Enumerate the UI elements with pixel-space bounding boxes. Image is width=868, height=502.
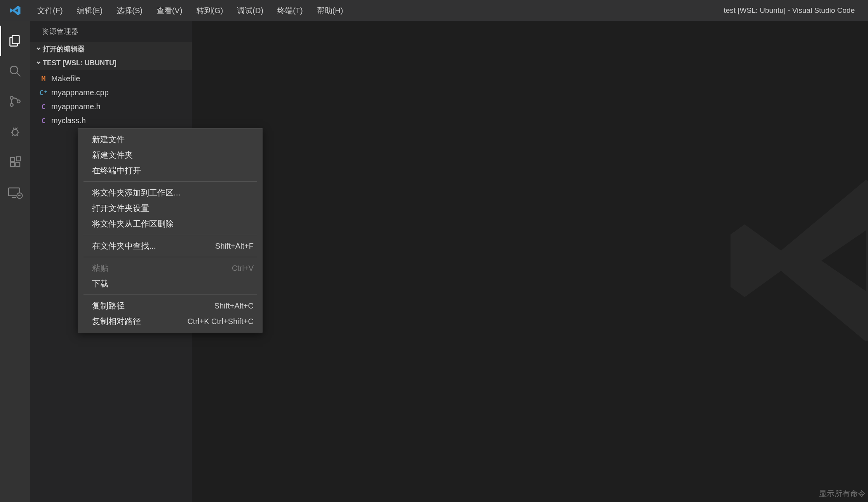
context-menu-item[interactable]: 复制相对路径Ctrl+K Ctrl+Shift+C	[78, 314, 262, 329]
context-menu-label: 粘贴	[92, 263, 108, 274]
context-menu-label: 在文件夹中查找...	[92, 241, 156, 251]
open-editors-section[interactable]: 打开的编辑器	[30, 42, 192, 56]
file-type-icon: M	[38, 75, 49, 83]
workspace-folder-section[interactable]: TEST [WSL: UBUNTU]	[30, 56, 192, 70]
context-menu-label: 复制路径	[92, 300, 125, 311]
workspace-folder-label: TEST [WSL: UBUNTU]	[43, 59, 117, 67]
svg-rect-8	[10, 163, 15, 167]
context-menu-label: 新建文件	[92, 134, 125, 145]
keyboard-shortcut: Shift+Alt+C	[214, 302, 254, 310]
window-title: test [WSL: Ubuntu] - Visual Studio Code	[350, 6, 864, 15]
context-menu-label: 在终端中打开	[92, 165, 141, 176]
debug-activity-icon[interactable]	[0, 117, 30, 147]
svg-point-3	[10, 96, 13, 99]
file-tree: MMakefileC⁺myappname.cppCmyappname.hCmyc…	[30, 70, 192, 127]
vscode-watermark-icon	[720, 160, 868, 363]
svg-rect-10	[16, 157, 21, 161]
svg-line-2	[17, 73, 21, 77]
file-row[interactable]: Cmyclass.h	[30, 113, 192, 127]
context-menu-item[interactable]: 将文件夹从工作区删除	[78, 216, 262, 232]
menu-item-0[interactable]: 文件(F)	[30, 0, 70, 21]
context-menu-label: 将文件夹从工作区删除	[92, 218, 174, 229]
context-menu-item[interactable]: 新建文件夹	[78, 147, 262, 163]
source-control-activity-icon[interactable]	[0, 86, 30, 117]
context-menu-label: 将文件夹添加到工作区...	[92, 187, 181, 198]
svg-rect-9	[16, 163, 20, 167]
context-menu-label: 新建文件夹	[92, 150, 133, 160]
menu-item-5[interactable]: 调试(D)	[230, 0, 270, 21]
context-menu-separator	[83, 235, 257, 235]
keyboard-shortcut: Ctrl+K Ctrl+Shift+C	[187, 317, 254, 326]
svg-point-5	[17, 100, 20, 103]
menu-item-7[interactable]: 帮助(H)	[310, 0, 350, 21]
context-menu-item: 粘贴Ctrl+V	[78, 260, 262, 276]
file-row[interactable]: MMakefile	[30, 71, 192, 85]
svg-point-4	[10, 103, 13, 106]
context-menu-item[interactable]: 复制路径Shift+Alt+C	[78, 298, 262, 314]
titlebar: 文件(F)编辑(E)选择(S)查看(V)转到(G)调试(D)终端(T)帮助(H)…	[0, 0, 868, 21]
sidebar-title: 资源管理器	[30, 21, 192, 42]
file-name: myclass.h	[51, 116, 86, 125]
context-menu-item[interactable]: 在文件夹中查找...Shift+Alt+F	[78, 238, 262, 254]
svg-point-1	[10, 66, 18, 74]
menu-item-3[interactable]: 查看(V)	[150, 0, 190, 21]
menu-item-4[interactable]: 转到(G)	[190, 0, 230, 21]
explorer-activity-icon[interactable]	[0, 26, 30, 56]
menu-item-1[interactable]: 编辑(E)	[70, 0, 110, 21]
show-all-commands-hint: 显示所有命令	[819, 488, 868, 499]
svg-rect-7	[10, 157, 15, 162]
file-type-icon: C	[38, 103, 49, 111]
keyboard-shortcut: Ctrl+V	[232, 264, 254, 273]
editor-area: 显示所有命令	[192, 21, 868, 502]
context-menu-item[interactable]: 打开文件夹设置	[78, 200, 262, 216]
file-type-icon: C⁺	[38, 89, 49, 97]
chevron-down-icon	[34, 58, 43, 68]
file-row[interactable]: C⁺myappname.cpp	[30, 85, 192, 99]
open-editors-label: 打开的编辑器	[43, 44, 85, 54]
context-menu-item[interactable]: 新建文件	[78, 132, 262, 147]
menu-item-2[interactable]: 选择(S)	[110, 0, 150, 21]
file-row[interactable]: Cmyappname.h	[30, 99, 192, 113]
file-name: myappname.h	[51, 102, 101, 111]
context-menu-label: 复制相对路径	[92, 316, 141, 327]
file-name: Makefile	[51, 74, 80, 83]
extensions-activity-icon[interactable]	[0, 147, 30, 177]
keyboard-shortcut: Shift+Alt+F	[215, 242, 254, 251]
vscode-logo-icon	[0, 0, 30, 21]
context-menu-separator	[83, 295, 257, 295]
context-menu-item[interactable]: 在终端中打开	[78, 163, 262, 178]
chevron-down-icon	[34, 44, 43, 54]
remote-activity-icon[interactable]	[0, 177, 30, 207]
context-menu-item[interactable]: 将文件夹添加到工作区...	[78, 185, 262, 200]
file-name: myappname.cpp	[51, 88, 109, 97]
file-type-icon: C	[38, 117, 49, 125]
context-menu-separator	[83, 257, 257, 257]
context-menu-label: 打开文件夹设置	[92, 203, 149, 214]
activity-bar	[0, 21, 30, 502]
menu-item-6[interactable]: 终端(T)	[270, 0, 310, 21]
search-activity-icon[interactable]	[0, 56, 30, 86]
svg-rect-0	[12, 36, 19, 44]
explorer-context-menu: 新建文件新建文件夹在终端中打开将文件夹添加到工作区...打开文件夹设置将文件夹从…	[78, 128, 263, 333]
context-menu-item[interactable]: 下载	[78, 276, 262, 291]
context-menu-label: 下载	[92, 278, 108, 289]
menu-bar: 文件(F)编辑(E)选择(S)查看(V)转到(G)调试(D)终端(T)帮助(H)	[30, 0, 350, 21]
context-menu-separator	[83, 181, 257, 182]
